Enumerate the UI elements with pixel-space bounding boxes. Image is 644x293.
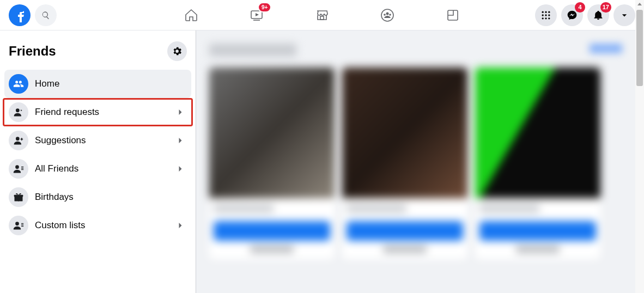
messenger-badge: 4 — [575, 2, 585, 13]
friend-card-secondary-button[interactable] — [516, 246, 560, 253]
messenger-icon — [567, 10, 578, 21]
watch-badge: 9+ — [258, 2, 271, 13]
grid-icon — [540, 10, 551, 21]
friend-cards-row — [209, 68, 631, 259]
nav-groups[interactable] — [357, 0, 418, 30]
see-all-link-blurred — [590, 44, 622, 53]
svg-point-12 — [542, 14, 544, 16]
sidebar-item-home[interactable]: Home — [4, 70, 191, 98]
svg-point-20 — [15, 165, 19, 169]
top-nav-bar: 9+ 4 17 — [0, 0, 644, 30]
nav-marketplace[interactable] — [291, 0, 353, 30]
messenger-button[interactable]: 4 — [561, 4, 583, 26]
scrollbar-up-arrow[interactable] — [637, 2, 642, 7]
svg-point-15 — [542, 17, 544, 19]
notifications-badge: 17 — [600, 2, 611, 13]
svg-point-17 — [548, 17, 550, 19]
friend-card-photo — [475, 68, 600, 198]
svg-point-19 — [16, 137, 20, 141]
scrollbar-thumb[interactable] — [636, 10, 643, 86]
friend-card-secondary-button[interactable] — [383, 246, 427, 253]
page-title: Friends — [9, 44, 56, 59]
svg-rect-26 — [18, 195, 19, 202]
chevron-right-icon — [174, 134, 187, 147]
nav-home[interactable] — [161, 0, 222, 30]
settings-button[interactable] — [167, 41, 187, 61]
content-area — [196, 30, 644, 293]
topbar-center-tabs: 9+ — [161, 0, 483, 30]
window-scrollbar[interactable] — [635, 0, 644, 293]
svg-point-11 — [548, 11, 550, 13]
menu-button[interactable] — [535, 4, 557, 26]
marketplace-icon — [314, 8, 330, 23]
svg-point-13 — [545, 14, 546, 16]
topbar-right: 4 17 — [535, 4, 635, 26]
svg-point-18 — [16, 108, 20, 112]
friend-card-photo — [342, 68, 467, 198]
sidebar-item-birthdays[interactable]: Birthdays — [4, 183, 191, 211]
person-list-icon — [9, 159, 28, 179]
sidebar-item-label: Suggestions — [35, 135, 167, 146]
facebook-logo[interactable] — [9, 4, 31, 26]
friend-card-primary-button[interactable] — [214, 221, 330, 241]
svg-point-27 — [15, 222, 19, 225]
chevron-right-icon — [174, 219, 187, 232]
svg-point-6 — [384, 14, 386, 16]
chevron-right-icon — [174, 106, 187, 119]
friends-sidebar: Friends HomeFriend requestsSuggestionsAl… — [0, 30, 196, 293]
friend-card — [342, 68, 467, 259]
sidebar-item-custom-lists[interactable]: Custom lists — [4, 211, 191, 240]
svg-point-5 — [386, 12, 389, 15]
svg-point-4 — [381, 9, 393, 21]
groups-icon — [380, 8, 395, 23]
sidebar-item-label: Home — [35, 78, 187, 89]
friend-card-name — [214, 205, 274, 212]
sidebar-item-friend-requests[interactable]: Friend requests — [3, 98, 193, 126]
friend-card-primary-button[interactable] — [347, 221, 463, 241]
svg-rect-30 — [21, 226, 23, 227]
svg-rect-23 — [21, 169, 23, 170]
svg-rect-3 — [320, 16, 324, 20]
gaming-icon — [445, 8, 460, 23]
person-list-icon — [9, 216, 28, 235]
home-icon — [184, 8, 199, 23]
friend-card — [209, 68, 335, 259]
main-area: Friends HomeFriend requestsSuggestionsAl… — [0, 30, 644, 293]
person-arrow-icon — [9, 102, 28, 122]
gear-icon — [172, 46, 183, 57]
friends-icon — [9, 74, 28, 94]
topbar-left — [9, 4, 57, 26]
friend-card — [475, 68, 600, 259]
sidebar-menu: HomeFriend requestsSuggestionsAll Friend… — [4, 70, 191, 240]
nav-gaming[interactable] — [422, 0, 483, 30]
friend-card-name — [347, 205, 406, 212]
friend-card-primary-button[interactable] — [479, 221, 596, 241]
svg-rect-29 — [21, 224, 23, 225]
friend-card-secondary-button[interactable] — [250, 246, 294, 253]
sidebar-item-suggestions[interactable]: Suggestions — [4, 126, 191, 155]
sidebar-item-label: All Friends — [35, 163, 167, 174]
chevron-right-icon — [174, 162, 187, 175]
sidebar-item-label: Friend requests — [35, 107, 167, 118]
notifications-button[interactable]: 17 — [587, 4, 609, 26]
section-heading-blurred — [209, 44, 296, 57]
person-plus-icon — [9, 131, 28, 150]
chevron-down-icon — [619, 10, 630, 21]
sidebar-item-label: Custom lists — [35, 220, 167, 231]
sidebar-header: Friends — [4, 35, 191, 70]
svg-rect-21 — [21, 167, 23, 167]
account-button[interactable] — [613, 4, 635, 26]
sidebar-item-label: Birthdays — [35, 192, 187, 203]
svg-point-9 — [542, 11, 544, 13]
search-icon — [41, 11, 50, 20]
svg-rect-22 — [21, 168, 23, 168]
search-button[interactable] — [35, 4, 57, 26]
svg-point-16 — [545, 17, 546, 19]
nav-watch[interactable]: 9+ — [226, 0, 287, 30]
svg-point-10 — [545, 11, 546, 13]
svg-point-7 — [389, 14, 391, 16]
svg-rect-28 — [21, 223, 23, 224]
sidebar-item-all-friends[interactable]: All Friends — [4, 155, 191, 183]
svg-point-14 — [548, 14, 550, 16]
friend-card-name — [479, 205, 539, 212]
